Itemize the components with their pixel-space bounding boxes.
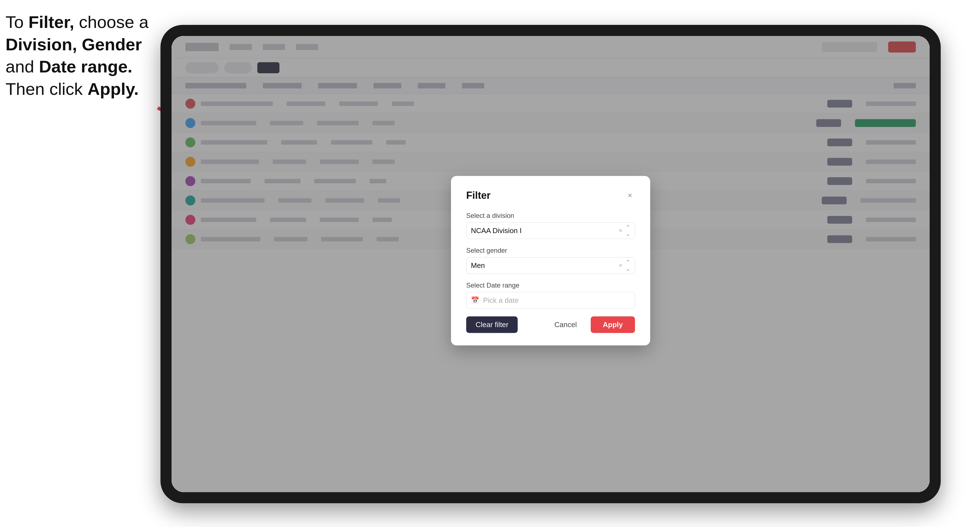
modal-close-button[interactable]: × bbox=[625, 190, 635, 200]
tablet-frame: Filter × Select a division NCAA Division… bbox=[161, 25, 941, 503]
division-arrow-icon: ⌃⌄ bbox=[625, 224, 630, 237]
cancel-button[interactable]: Cancel bbox=[545, 316, 586, 333]
division-select-value: NCAA Division I bbox=[471, 227, 522, 235]
gender-select-controls: × ⌃⌄ bbox=[619, 259, 630, 272]
filter-modal: Filter × Select a division NCAA Division… bbox=[451, 176, 650, 345]
clear-filter-button[interactable]: Clear filter bbox=[466, 316, 518, 333]
modal-footer: Clear filter Cancel Apply bbox=[466, 316, 635, 333]
date-field-group: Select Date range 📅 Pick a date bbox=[466, 281, 635, 309]
instruction-line1: To Filter, choose a bbox=[6, 13, 149, 32]
instruction-division-gender: Division, Gender bbox=[6, 35, 142, 54]
calendar-icon: 📅 bbox=[471, 297, 479, 304]
division-field-group: Select a division NCAA Division I × ⌃⌄ bbox=[466, 212, 635, 239]
modal-header: Filter × bbox=[466, 190, 635, 201]
instruction-then: Then click Apply. bbox=[6, 79, 138, 98]
division-clear-icon[interactable]: × bbox=[619, 227, 622, 234]
gender-label: Select gender bbox=[466, 247, 635, 254]
apply-button[interactable]: Apply bbox=[591, 316, 635, 333]
date-label: Select Date range bbox=[466, 281, 635, 289]
gender-select-value: Men bbox=[471, 261, 485, 270]
instruction-and: and Date range. bbox=[6, 57, 132, 76]
tablet-screen: Filter × Select a division NCAA Division… bbox=[172, 36, 930, 492]
gender-arrow-icon: ⌃⌄ bbox=[625, 259, 630, 272]
instruction-text: To Filter, choose a Division, Gender and… bbox=[6, 11, 161, 100]
division-select[interactable]: NCAA Division I × ⌃⌄ bbox=[466, 222, 635, 239]
gender-select[interactable]: Men × ⌃⌄ bbox=[466, 257, 635, 274]
gender-field-group: Select gender Men × ⌃⌄ bbox=[466, 247, 635, 274]
division-label: Select a division bbox=[466, 212, 635, 219]
gender-clear-icon[interactable]: × bbox=[619, 262, 622, 269]
division-select-controls: × ⌃⌄ bbox=[619, 224, 630, 237]
date-input[interactable]: 📅 Pick a date bbox=[466, 292, 635, 309]
modal-title: Filter bbox=[466, 190, 490, 201]
date-placeholder: Pick a date bbox=[483, 296, 519, 305]
